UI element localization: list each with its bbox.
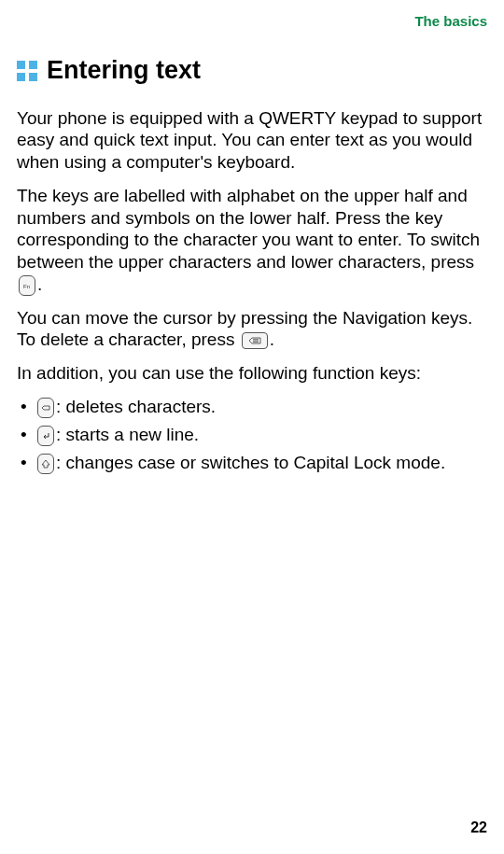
delete-key-icon: [242, 332, 268, 349]
list-item: : deletes characters.: [17, 396, 487, 418]
heading-text: Entering text: [47, 55, 201, 87]
paragraph-3-after: .: [270, 329, 274, 349]
shift-key-icon: [37, 454, 54, 474]
heading-squares-icon: [17, 61, 37, 81]
paragraph-1: Your phone is equipped with a QWERTY key…: [17, 107, 487, 174]
backspace-key-icon: [37, 398, 54, 418]
paragraph-2: The keys are labelled with alphabet on t…: [17, 185, 487, 296]
list-item: : changes case or switches to Capital Lo…: [17, 452, 487, 474]
fn-key-icon: Fn: [19, 275, 35, 296]
enter-key-icon: [37, 426, 54, 446]
section-label: The basics: [17, 13, 487, 31]
list-item-text: : changes case or switches to Capital Lo…: [56, 453, 445, 472]
list-item: : starts a new line.: [17, 424, 487, 446]
paragraph-2-text: The keys are labelled with alphabet on t…: [17, 186, 480, 272]
function-keys-list: : deletes characters. : starts a new lin…: [17, 396, 487, 474]
list-item-text: : deletes characters.: [56, 397, 216, 416]
paragraph-4: In addition, you can use the following f…: [17, 362, 487, 385]
paragraph-3: You can move the cursor by pressing the …: [17, 307, 487, 352]
paragraph-2-after: .: [37, 274, 42, 294]
section-heading: Entering text: [17, 55, 487, 87]
svg-text:Fn: Fn: [23, 284, 30, 289]
list-item-text: : starts a new line.: [56, 425, 199, 444]
page-number: 22: [470, 819, 487, 837]
